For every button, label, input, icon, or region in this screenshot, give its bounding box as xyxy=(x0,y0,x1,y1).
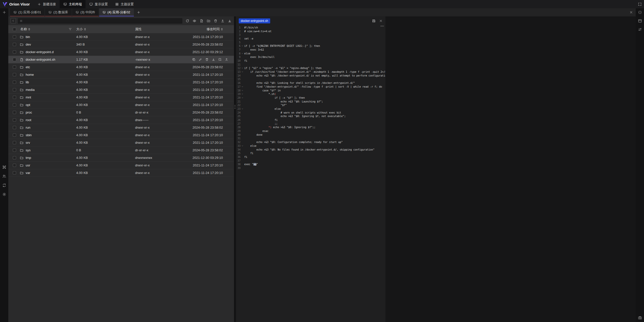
snippet-button[interactable] xyxy=(636,9,643,16)
refresh-button[interactable] xyxy=(185,19,189,23)
fold-toggle[interactable] xyxy=(240,52,244,55)
table-row[interactable]: mnt4.00 KBdrwxr-xr-x2021-11-24 17:20:10 xyxy=(8,94,234,101)
upload-button[interactable] xyxy=(221,19,225,23)
row-checkbox[interactable] xyxy=(13,133,16,137)
fold-toggle[interactable] xyxy=(240,89,244,92)
table-row[interactable]: var4.00 KBdrwxr-xr-x2021-11-24 17:20:10 xyxy=(8,169,234,177)
table-row[interactable]: docker-entrypoint.d4.00 KBdrwxr-xr-x2021… xyxy=(8,48,234,56)
table-row[interactable]: lib4.00 KBdrwxr-xr-x2021-11-24 17:20:10 xyxy=(8,79,234,86)
table-row[interactable]: docker-entrypoint.sh1.17 KB-rwxrwxr-x xyxy=(8,56,234,63)
row-checkbox[interactable] xyxy=(13,156,16,159)
path-input[interactable] xyxy=(24,19,181,23)
table-row[interactable]: srv4.00 KBdrwxr-xr-x2021-11-24 17:20:10 xyxy=(8,139,234,147)
filter-icon[interactable] xyxy=(69,28,72,31)
permission-button[interactable] xyxy=(225,58,228,61)
row-checkbox[interactable] xyxy=(13,50,16,54)
menu-item-3[interactable]: 显示设置 xyxy=(86,0,111,8)
settings-button[interactable] xyxy=(1,191,8,198)
editor-scrollbar[interactable] xyxy=(380,26,384,26)
move-button[interactable] xyxy=(218,58,222,61)
display-icon xyxy=(89,3,93,6)
row-checkbox[interactable] xyxy=(13,164,16,167)
close-button[interactable] xyxy=(379,19,383,23)
tab-2[interactable]: (2) 数据库 xyxy=(45,8,72,16)
row-checkbox[interactable] xyxy=(13,81,16,84)
row-checkbox[interactable] xyxy=(13,43,16,46)
code-editor[interactable]: 1#!/bin/sh2# vim:sw=4:ts=4:et34set -e56i… xyxy=(236,25,385,322)
preview-button[interactable] xyxy=(192,19,196,23)
file-name: lib xyxy=(26,80,29,84)
table-row[interactable]: etc4.00 KBdrwxr-xr-x2024-05-28 23:58:02 xyxy=(8,63,234,71)
row-checkbox[interactable] xyxy=(13,141,16,144)
table-row[interactable]: run4.00 KBdrwxr-xr-x2024-05-28 23:58:02 xyxy=(8,124,234,131)
row-checkbox[interactable] xyxy=(13,118,16,122)
table-row[interactable]: media4.00 KBdrwxr-xr-x2021-11-24 17:20:1… xyxy=(8,86,234,94)
camera-button[interactable] xyxy=(636,314,643,321)
menu-item-2[interactable]: 主机终端 xyxy=(60,0,86,8)
row-checkbox[interactable] xyxy=(13,126,16,129)
row-checkbox[interactable] xyxy=(13,65,16,69)
fullscreen-button[interactable] xyxy=(638,2,642,6)
copy-button[interactable] xyxy=(192,58,196,61)
panel-button[interactable] xyxy=(636,17,643,24)
table-row[interactable]: sbin4.00 KBdrwxr-xr-x2021-11-24 17:20:10 xyxy=(8,131,234,139)
fold-toggle[interactable] xyxy=(240,93,244,95)
code-text: *) echo >&3 "$0: Ignoring $f";; xyxy=(244,126,385,129)
row-checkbox[interactable] xyxy=(13,73,16,76)
fold-toggle[interactable] xyxy=(240,71,244,73)
row-checkbox[interactable] xyxy=(13,149,16,152)
user-group-button[interactable] xyxy=(1,173,8,180)
table-row[interactable]: usr4.00 KBdrwxr-xr-x2021-11-24 17:20:10 xyxy=(8,162,234,169)
tab-1[interactable]: (1) 应用-分析01 xyxy=(10,8,45,16)
line-number: 1 xyxy=(236,26,240,29)
row-checkbox[interactable] xyxy=(13,103,16,106)
panel-splitter[interactable] xyxy=(234,16,236,322)
sort-by-name[interactable]: 名称 xyxy=(20,27,30,31)
tab-3[interactable]: (3) 中间件 xyxy=(72,8,99,16)
download-button[interactable] xyxy=(228,19,232,23)
plus-button[interactable] xyxy=(1,9,8,16)
new-file-button[interactable] xyxy=(199,19,204,23)
row-checkbox[interactable] xyxy=(13,96,16,99)
tab-4[interactable]: (4) 应用-分析02 xyxy=(99,8,134,16)
save-button[interactable] xyxy=(372,19,376,23)
sort-by-mtime[interactable]: 修改时间 xyxy=(207,27,223,31)
table-row[interactable]: sys0 Bdr-xr-xr-x2024-05-28 23:58:02 xyxy=(8,147,234,154)
fold-toggle[interactable] xyxy=(240,145,244,147)
menu-item-1[interactable]: 新建连接 xyxy=(34,0,60,8)
select-all-checkbox[interactable] xyxy=(13,28,16,31)
download-button[interactable] xyxy=(212,58,215,61)
table-row[interactable]: home4.00 KBdrwxr-xr-x2021-11-24 17:20:10 xyxy=(8,71,234,79)
row-checkbox[interactable] xyxy=(13,35,16,39)
menu-item-4[interactable]: 主题设置 xyxy=(111,0,137,8)
fold-toggle[interactable] xyxy=(240,86,244,88)
delete-button[interactable] xyxy=(214,19,218,23)
line-number: 25 xyxy=(236,115,240,118)
sort-by-size[interactable]: 大小 xyxy=(76,27,86,31)
new-folder-button[interactable] xyxy=(207,19,211,23)
fold-toggle[interactable] xyxy=(240,108,244,110)
edit-button[interactable] xyxy=(198,58,202,61)
table-row[interactable]: opt4.00 KBdrwxr-xr-x2021-11-24 17:20:10 xyxy=(8,101,234,109)
fold-toggle[interactable] xyxy=(240,67,244,69)
table-row[interactable]: tmp4.00 KBdrwxrwxrwx2021-12-30 03:29:10 xyxy=(8,154,234,162)
fold-toggle[interactable] xyxy=(240,97,244,99)
table-row[interactable]: bin4.00 KBdrwxr-xr-x2021-11-24 17:20:10 xyxy=(8,33,234,41)
file-mtime: 2024-05-28 23:58:02 xyxy=(191,126,234,129)
left-rail xyxy=(0,8,8,322)
transfer-button[interactable] xyxy=(636,26,643,33)
back-button[interactable] xyxy=(11,18,16,23)
table-row[interactable]: root4.00 KBdrwx------2021-11-24 17:20:10 xyxy=(8,116,234,124)
fold-toggle[interactable] xyxy=(240,45,244,47)
row-checkbox[interactable] xyxy=(13,88,16,91)
row-checkbox[interactable] xyxy=(13,111,16,114)
row-checkbox[interactable] xyxy=(13,58,16,61)
sync-button[interactable] xyxy=(1,182,8,189)
table-row[interactable]: dev340 Bdrwxr-xr-x2024-05-28 23:58:02 xyxy=(8,41,234,48)
add-tab-button[interactable] xyxy=(134,8,143,16)
command-button[interactable] xyxy=(1,164,8,171)
delete-button[interactable] xyxy=(205,58,209,61)
row-checkbox[interactable] xyxy=(13,171,16,174)
close-all-button[interactable] xyxy=(627,8,636,16)
table-row[interactable]: proc0 Bdr-xr-xr-x2024-05-28 23:58:02 xyxy=(8,109,234,116)
